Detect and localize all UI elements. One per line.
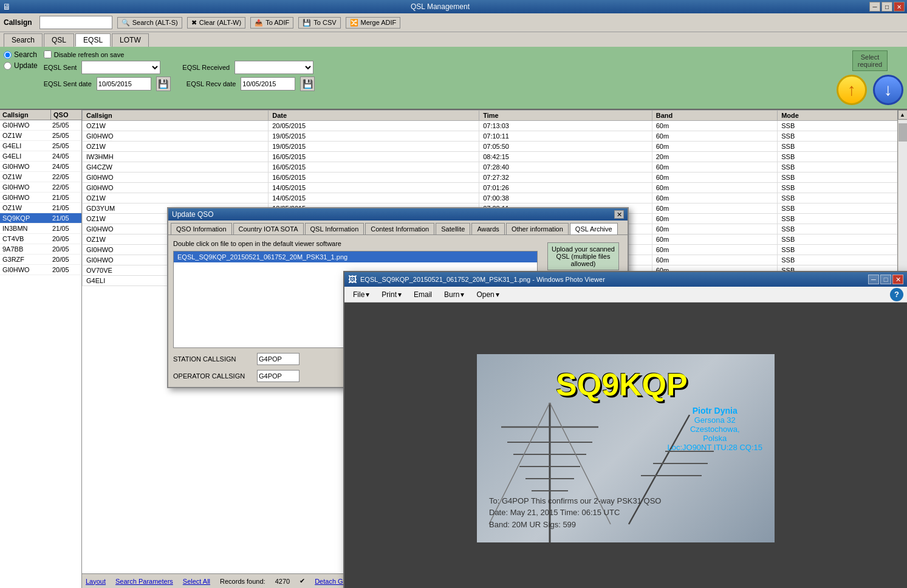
search-button[interactable]: 🔍 Search (ALT-S) bbox=[117, 17, 182, 29]
to-csv-button[interactable]: 💾 To CSV bbox=[298, 17, 340, 29]
help-icon[interactable]: ? bbox=[890, 288, 903, 301]
to-adif-label: To ADIF bbox=[265, 19, 289, 26]
col-header-callsign: Callsign bbox=[0, 110, 51, 120]
col-header-qso: QSO bbox=[51, 110, 81, 120]
menu-file[interactable]: File ▾ bbox=[348, 289, 374, 300]
radio-search-input[interactable] bbox=[4, 51, 12, 59]
dialog-tab-awards[interactable]: Awards bbox=[471, 223, 504, 234]
list-item[interactable]: GI0HWO 24/05 bbox=[0, 162, 81, 172]
eqsl-sent-select[interactable] bbox=[81, 61, 160, 74]
maximize-button[interactable]: □ bbox=[881, 2, 892, 12]
list-item[interactable]: GI0HWO 25/05 bbox=[0, 120, 81, 131]
table-row[interactable]: GI0HWO16/05/201507:27:3260mSSB bbox=[83, 173, 907, 183]
app-title: QSL Management bbox=[11, 2, 869, 11]
dialog-tab-country[interactable]: Country IOTA SOTA bbox=[233, 223, 304, 234]
scroll-thumb[interactable] bbox=[898, 123, 907, 142]
eqsl-recv-date-save-btn[interactable]: 💾 bbox=[300, 77, 315, 91]
menu-open[interactable]: Open ▾ bbox=[471, 289, 504, 300]
records-found-label: Records found: bbox=[220, 578, 265, 585]
dialog-title: Update QSO bbox=[172, 210, 214, 219]
dialog-tab-qso-info[interactable]: QSO Information bbox=[171, 223, 232, 234]
eqsl-form-row2: EQSL Sent date 💾 EQSL Recv date 💾 bbox=[44, 77, 830, 91]
dialog-tab-other[interactable]: Other information bbox=[506, 223, 569, 234]
table-row[interactable]: OZ1W19/05/201507:05:5060mSSB bbox=[83, 142, 907, 152]
search-params-link[interactable]: Search Parameters bbox=[115, 578, 173, 585]
disable-refresh-checkbox[interactable] bbox=[44, 50, 52, 58]
photo-minimize-button[interactable]: ─ bbox=[868, 275, 879, 284]
dialog-tab-satellite[interactable]: Satellite bbox=[436, 223, 470, 234]
station-callsign-input[interactable] bbox=[257, 353, 299, 365]
eqsl-recv-date-input[interactable] bbox=[241, 77, 295, 91]
list-item[interactable]: CT4VB 20/05 bbox=[0, 234, 81, 244]
right-area: Callsign Date Time Band Mode OZ1W20/05/2… bbox=[82, 110, 907, 588]
table-row[interactable]: GI0HWO14/05/201507:01:2660mSSB bbox=[83, 183, 907, 193]
list-item[interactable]: G3RZF 20/05 bbox=[0, 255, 81, 265]
tab-search[interactable]: Search bbox=[4, 33, 43, 47]
operator-callsign-label: OPERATOR CALLSIGN bbox=[173, 372, 252, 380]
eqsl-panel: Search Update Disable refresh on save EQ… bbox=[0, 47, 907, 110]
table-row[interactable]: OZ1W14/05/201507:00:3860mSSB bbox=[83, 193, 907, 203]
layout-link[interactable]: Layout bbox=[86, 578, 106, 585]
menu-email[interactable]: Email bbox=[409, 289, 437, 300]
close-button[interactable]: ✕ bbox=[894, 2, 905, 12]
search-icon: 🔍 bbox=[122, 19, 130, 27]
list-item[interactable]: G4ELI 24/05 bbox=[0, 151, 81, 162]
list-item[interactable]: G4ELI 25/05 bbox=[0, 141, 81, 151]
eqsl-recv-date-label: EQSL Recv date bbox=[187, 80, 236, 87]
tab-eqsl[interactable]: EQSL bbox=[75, 33, 111, 47]
qsl-background: SQ9KQP Piotr Dynia Gersona 32 Czestochow… bbox=[477, 354, 775, 542]
qsl-address1: Gersona 32 bbox=[667, 415, 762, 425]
photo-title-left: 🖼 EQSL_SQ9KQP_20150521_061752_20M_PSK31_… bbox=[348, 275, 605, 284]
eqsl-sent-date-input[interactable] bbox=[97, 77, 151, 91]
operator-callsign-input[interactable] bbox=[257, 370, 299, 382]
dialog-close-button[interactable]: ✕ bbox=[614, 210, 624, 219]
disable-refresh-checkbox-area[interactable]: Disable refresh on save bbox=[44, 50, 830, 58]
callsign-input[interactable] bbox=[39, 16, 112, 29]
photo-close-button[interactable]: ✕ bbox=[892, 275, 903, 284]
to-adif-button[interactable]: 📤 To ADIF bbox=[250, 17, 293, 29]
eqsl-received-select[interactable] bbox=[234, 61, 313, 74]
dialog-tab-archive[interactable]: QSL Archive bbox=[570, 223, 618, 234]
tab-lotw[interactable]: LOTW bbox=[112, 33, 149, 47]
title-bar-controls: ─ □ ✕ bbox=[869, 2, 905, 12]
download-button[interactable]: ↓ bbox=[873, 75, 903, 105]
list-item[interactable]: OZ1W 22/05 bbox=[0, 172, 81, 182]
tab-qsl[interactable]: QSL bbox=[44, 33, 74, 47]
callsign-list-scroll[interactable]: GI0HWO 25/05 OZ1W 25/05 G4ELI 25/05 G4EL… bbox=[0, 120, 81, 588]
merge-adif-button[interactable]: 🔀 Merge ADIF bbox=[346, 17, 401, 29]
table-row[interactable]: IW3HMH16/05/201508:42:1520mSSB bbox=[83, 152, 907, 162]
scroll-up-arrow[interactable]: ▲ bbox=[898, 110, 908, 120]
list-item[interactable]: OZ1W 25/05 bbox=[0, 131, 81, 141]
list-item-selected[interactable]: SQ9KQP 21/05 bbox=[0, 213, 81, 224]
clear-button[interactable]: ✖ Clear (ALT-W) bbox=[187, 17, 245, 29]
list-item[interactable]: GI0HWO 21/05 bbox=[0, 193, 81, 203]
radio-update[interactable]: Update bbox=[4, 61, 38, 70]
eqsl-sent-date-save-btn[interactable]: 💾 bbox=[156, 77, 171, 91]
dialog-title-bar: Update QSO ✕ bbox=[168, 208, 628, 220]
file-item[interactable]: EQSL_SQ9KQP_20150521_061752_20M_PSK31_1.… bbox=[174, 251, 537, 262]
upload-download-area: Selectrequired ↑ ↓ bbox=[837, 50, 903, 105]
dialog-tab-qsl-info[interactable]: QSL Information bbox=[305, 223, 365, 234]
table-row[interactable]: OZ1W20/05/201507:13:0360mSSB bbox=[83, 121, 907, 131]
menu-print[interactable]: Print ▾ bbox=[377, 289, 406, 300]
upload-button[interactable]: ↑ bbox=[837, 75, 867, 105]
radio-search[interactable]: Search bbox=[4, 50, 38, 59]
clear-icon: ✖ bbox=[191, 19, 197, 27]
list-item[interactable]: GI0HWO 20/05 bbox=[0, 265, 81, 275]
table-row[interactable]: GI4CZW16/05/201507:28:4060mSSB bbox=[83, 162, 907, 173]
photo-viewer-window: 🖼 EQSL_SQ9KQP_20150521_061752_20M_PSK31_… bbox=[343, 271, 907, 588]
select-all-link[interactable]: Select All bbox=[183, 578, 210, 585]
photo-maximize-button[interactable]: □ bbox=[880, 275, 891, 284]
list-item[interactable]: OZ1W 21/05 bbox=[0, 203, 81, 213]
dialog-tab-contest[interactable]: Contest Information bbox=[365, 223, 434, 234]
radio-update-input[interactable] bbox=[4, 62, 12, 70]
menu-burn[interactable]: Burn ▾ bbox=[439, 289, 469, 300]
disable-refresh-label: Disable refresh on save bbox=[54, 51, 125, 58]
list-item[interactable]: IN3BMN 21/05 bbox=[0, 224, 81, 234]
main-content: Callsign QSO GI0HWO 25/05 OZ1W 25/05 G4E… bbox=[0, 110, 907, 588]
minimize-button[interactable]: ─ bbox=[869, 2, 880, 12]
list-item[interactable]: 9A7BB 20/05 bbox=[0, 244, 81, 255]
csv-icon: 💾 bbox=[303, 19, 311, 27]
table-row[interactable]: GI0HWO19/05/201507:10:1160mSSB bbox=[83, 131, 907, 142]
list-item[interactable]: GI0HWO 22/05 bbox=[0, 182, 81, 193]
